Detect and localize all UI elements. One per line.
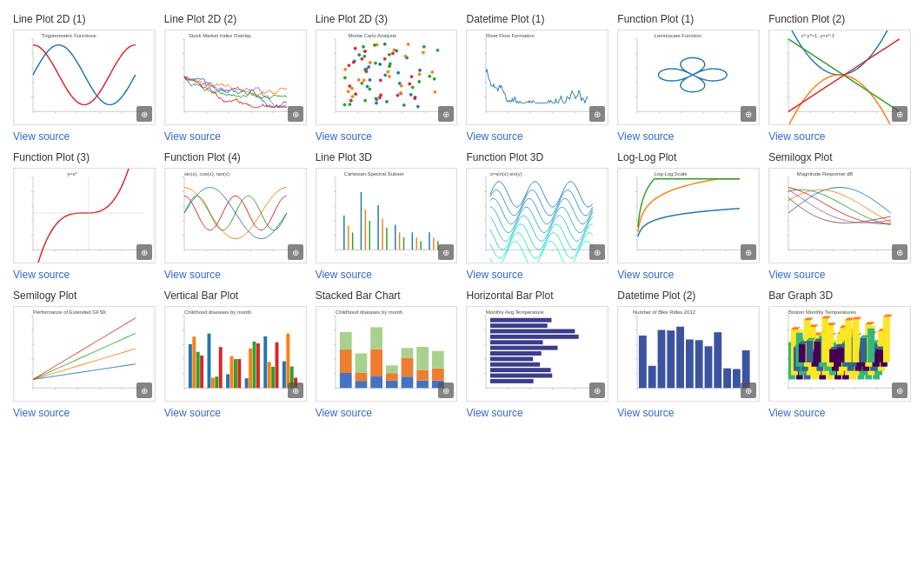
plot-image-line-plot-2d-3[interactable]: Monte Carlo Analysis⊕ [316, 30, 458, 125]
view-source-link-function-plot-3[interactable]: View source [13, 269, 156, 281]
svg-point-62 [343, 68, 346, 70]
svg-rect-304 [207, 334, 210, 389]
view-source-link-vertical-bar-plot[interactable]: View source [164, 407, 307, 419]
plot-svg-line-plot-2d-3: Monte Carlo Analysis [316, 30, 457, 124]
zoom-icon-semilogy-plot[interactable]: ⊕ [136, 383, 152, 398]
svg-rect-188 [184, 177, 296, 250]
svg-point-105 [349, 103, 351, 106]
plot-title-vertical-bar-plot: Vertical Bar Plot [164, 290, 307, 302]
svg-rect-356 [416, 347, 429, 370]
zoom-icon-function-plot-3[interactable]: ⊕ [136, 244, 152, 260]
svg-rect-319 [275, 343, 278, 389]
svg-rect-359 [432, 351, 444, 369]
svg-point-90 [363, 99, 366, 102]
zoom-icon-semilogx-plot[interactable]: ⊕ [892, 244, 907, 260]
svg-point-58 [363, 55, 366, 57]
plot-gallery: Line Plot 2D (1)Trigonometric Functions⊕… [0, 0, 924, 432]
svg-rect-316 [263, 336, 267, 388]
svg-rect-341 [340, 332, 352, 349]
plot-image-line-plot-3d[interactable]: Cartesian Spectral Subset⊕ [316, 168, 458, 263]
plot-svg-vertical-bar-plot: Childhood diseases by month [165, 307, 306, 401]
zoom-icon-function-plot-4[interactable]: ⊕ [288, 244, 303, 260]
svg-rect-349 [386, 373, 398, 381]
plot-image-stacked-bar-chart[interactable]: Childhood diseases by month⊕ [316, 306, 458, 402]
view-source-link-semilogy-plot[interactable]: View source [13, 407, 156, 419]
zoom-icon-datetime-plot-1[interactable]: ⊕ [589, 106, 605, 122]
view-source-link-line-plot-2d-2[interactable]: View source [164, 130, 307, 143]
view-source-link-function-plot-3d[interactable]: View source [466, 269, 608, 281]
plot-svg-datetime-plot-2: Number of Bike Rides 2012 [618, 307, 759, 401]
svg-rect-535 [837, 347, 844, 362]
svg-text:Magnitude Response dB: Magnitude Response dB [797, 171, 853, 176]
plot-image-function-plot-3d[interactable]: z=sin(x)·sin(y)⊕ [466, 168, 608, 263]
zoom-icon-function-plot-1[interactable]: ⊕ [741, 106, 756, 122]
svg-rect-346 [370, 349, 382, 377]
svg-rect-410 [715, 332, 722, 388]
plot-image-line-plot-2d-2[interactable]: Stock Market Index Overlay⊕ [164, 30, 307, 125]
svg-rect-126 [486, 39, 597, 111]
plot-image-horizontal-bar-plot[interactable]: Monthly Avg Temperature⊕ [466, 306, 608, 402]
view-source-link-horizontal-bar-plot[interactable]: View source [466, 407, 608, 419]
zoom-icon-line-plot-2d-3[interactable]: ⊕ [438, 106, 454, 122]
svg-rect-307 [219, 347, 223, 388]
view-source-link-function-plot-2[interactable]: View source [768, 130, 911, 143]
zoom-icon-bar-graph-3d[interactable]: ⊕ [892, 383, 907, 398]
plot-image-bar-graph-3d[interactable]: Boston Monthly Temperatures⊕ [768, 306, 911, 402]
svg-rect-343 [355, 373, 367, 381]
svg-rect-320 [283, 362, 286, 389]
plot-svg-stacked-bar-chart: Childhood diseases by month [316, 307, 457, 401]
plot-svg-line-plot-3d: Cartesian Spectral Subset [316, 169, 457, 263]
zoom-icon-function-plot-2[interactable]: ⊕ [892, 106, 907, 122]
plot-image-function-plot-2[interactable]: x²-y²=1, y=x²-1⊕ [768, 30, 911, 125]
plot-image-semilogy-plot[interactable]: Performance of Extended GFSK⊕ [13, 306, 156, 402]
zoom-icon-stacked-bar-chart[interactable]: ⊕ [438, 383, 454, 398]
svg-text:Cartesian Spectral Subset: Cartesian Spectral Subset [343, 171, 403, 176]
view-source-link-function-plot-4[interactable]: View source [164, 269, 307, 281]
zoom-icon-line-plot-3d[interactable]: ⊕ [438, 244, 454, 260]
zoom-icon-vertical-bar-plot[interactable]: ⊕ [288, 383, 303, 398]
view-source-link-stacked-bar-chart[interactable]: View source [316, 407, 458, 419]
zoom-icon-horizontal-bar-plot[interactable]: ⊕ [589, 383, 605, 398]
view-source-link-line-plot-2d-1[interactable]: View source [13, 130, 156, 143]
zoom-icon-datetime-plot-2[interactable]: ⊕ [741, 383, 756, 398]
svg-rect-408 [695, 340, 703, 388]
view-source-link-semilogx-plot[interactable]: View source [768, 269, 911, 281]
svg-point-107 [352, 61, 355, 63]
svg-point-56 [366, 85, 369, 88]
view-source-link-datetime-plot-2[interactable]: View source [617, 407, 760, 419]
svg-rect-375 [490, 318, 552, 323]
svg-rect-339 [340, 373, 352, 388]
plot-image-datetime-plot-1[interactable]: River Flow Formation⊕ [466, 30, 608, 125]
plot-image-semilogx-plot[interactable]: Magnitude Response dB⊕ [768, 168, 911, 263]
plot-image-function-plot-3[interactable]: y=x³⊕ [13, 168, 156, 263]
view-source-link-datetime-plot-1[interactable]: View source [466, 130, 608, 143]
zoom-icon-line-plot-2d-2[interactable]: ⊕ [288, 106, 303, 122]
svg-rect-380 [490, 346, 558, 350]
svg-rect-321 [286, 334, 289, 389]
plot-image-function-plot-1[interactable]: Lemniscate Function⊕ [617, 30, 760, 125]
plot-svg-function-plot-3d: z=sin(x)·sin(y) [467, 169, 608, 263]
view-source-link-log-log-plot[interactable]: View source [617, 269, 760, 281]
plot-image-datetime-plot-2[interactable]: Number of Bike Rides 2012⊕ [617, 306, 760, 402]
plot-title-semilogx-plot: Semilogx Plot [768, 151, 911, 163]
svg-text:Log-Log Scale: Log-Log Scale [655, 171, 688, 176]
svg-rect-376 [490, 323, 548, 328]
view-source-link-bar-graph-3d[interactable]: View source [768, 407, 911, 419]
view-source-link-line-plot-2d-3[interactable]: View source [316, 130, 458, 143]
plot-title-function-plot-3d: Function Plot 3D [466, 151, 608, 163]
zoom-icon-function-plot-3d[interactable]: ⊕ [589, 244, 605, 260]
svg-rect-251 [637, 177, 748, 250]
view-source-link-line-plot-3d[interactable]: View source [316, 269, 458, 281]
plot-image-line-plot-2d-1[interactable]: Trigonometric Functions⊕ [13, 30, 156, 125]
plot-image-function-plot-4[interactable]: sin(x), cos(x), tan(x)⊕ [164, 168, 307, 263]
svg-point-93 [348, 64, 350, 67]
plot-image-log-log-plot[interactable]: Log-Log Scale⊕ [617, 168, 760, 263]
zoom-icon-line-plot-2d-1[interactable]: ⊕ [136, 106, 152, 122]
zoom-icon-log-log-plot[interactable]: ⊕ [741, 244, 756, 260]
view-source-link-function-plot-1[interactable]: View source [617, 130, 760, 143]
plot-image-vertical-bar-plot[interactable]: Childhood diseases by month⊕ [164, 306, 307, 402]
svg-text:River Flow Formation: River Flow Formation [486, 33, 535, 38]
svg-point-77 [375, 102, 377, 104]
svg-rect-531 [821, 318, 828, 362]
svg-rect-315 [256, 343, 260, 388]
